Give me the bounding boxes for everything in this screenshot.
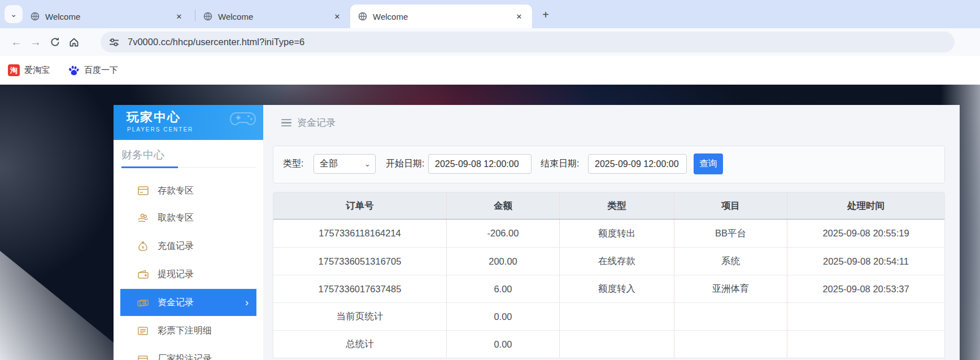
banknotes-icon <box>137 298 149 307</box>
type-select-value: 全部 <box>320 158 364 170</box>
tab-close-icon[interactable]: ✕ <box>174 11 184 21</box>
sidebar-item-withdraw-zone[interactable]: 取款专区 <box>114 204 263 231</box>
player-center-sidebar: 玩家中心 PLAYERS CENTER 财务中心 存款专区 取款专区 ¥ 充值记 <box>114 105 263 360</box>
page-title: 资金记录 <box>297 116 336 129</box>
hamburger-menu-icon[interactable] <box>281 119 291 127</box>
table-cell: 系统 <box>674 248 787 275</box>
end-date-input[interactable] <box>588 154 687 174</box>
new-tab-button[interactable]: + <box>538 7 554 23</box>
address-bar[interactable]: 7v0000.cc/hhcp/usercenter.html?iniType=6 <box>101 32 955 52</box>
table-cell <box>787 331 944 358</box>
table-cell: 1757336118164214 <box>273 219 446 247</box>
search-button[interactable]: 查询 <box>694 153 723 174</box>
webpage-viewport: 玩家中心 PLAYERS CENTER 财务中心 存款专区 取款专区 ¥ 充值记 <box>0 85 980 360</box>
hand-coins-icon <box>137 213 149 222</box>
table-row: 当前页统计0.00 <box>273 302 944 330</box>
panel-header: 资金记录 <box>281 116 336 129</box>
sidebar-item-label: 提现记录 <box>158 269 194 280</box>
deposit-card-icon <box>137 186 149 195</box>
section-active-underline <box>121 166 178 168</box>
chevron-down-icon: ⌄ <box>10 10 17 19</box>
globe-favicon-icon <box>31 12 40 21</box>
bookmark-baidu[interactable]: 百度一下 <box>68 64 118 76</box>
bookmark-label: 百度一下 <box>84 65 118 76</box>
start-date-label: 开始日期: <box>386 158 424 170</box>
gamepad-icon <box>228 108 258 131</box>
chevron-down-icon: ⌄ <box>364 160 371 168</box>
browser-tab-2[interactable]: Welcome ✕ <box>199 5 347 28</box>
sidebar-item-deposit-zone[interactable]: 存款专区 <box>114 177 263 204</box>
sidebar-section-title: 财务中心 <box>121 148 164 163</box>
tab-title: Welcome <box>373 12 514 21</box>
sidebar-subtitle: PLAYERS CENTER <box>127 126 193 133</box>
tab-close-icon[interactable]: ✕ <box>514 11 524 21</box>
globe-favicon-icon <box>203 12 212 21</box>
sidebar-item-label: 存款专区 <box>158 185 194 197</box>
sidebar-item-label: 彩票下注明细 <box>158 325 212 337</box>
table-row: 1757336051316705200.00在线存款系统2025-09-08 2… <box>273 247 944 275</box>
taobao-icon: 淘 <box>8 64 20 76</box>
back-button[interactable]: ← <box>7 33 26 52</box>
table-cell <box>559 303 674 330</box>
plus-icon: + <box>542 8 549 21</box>
bookmarks-bar: 淘 爱淘宝 百度一下 <box>0 56 980 85</box>
tab-divider <box>195 10 195 21</box>
sidebar-item-lottery-bet-details[interactable]: 彩票下注明细 <box>114 317 263 344</box>
start-date-input[interactable] <box>428 154 532 174</box>
table-cell: 2025-09-08 20:54:11 <box>787 248 944 275</box>
filter-bar: 类型: 全部 ⌄ 开始日期: 结束日期: 查询 <box>273 146 945 183</box>
bookmark-label: 爱淘宝 <box>24 65 50 76</box>
table-body: 1757336118164214-206.00额度转出BB平台2025-09-0… <box>273 219 944 358</box>
table-cell: 当前页统计 <box>273 303 446 330</box>
list-cards-icon <box>137 355 149 360</box>
table-cell: BB平台 <box>674 219 787 247</box>
table-cell: 在线存款 <box>559 248 674 275</box>
browser-tab-strip: ⌄ Welcome ✕ Welcome ✕ Welcome ✕ + <box>0 0 980 28</box>
money-bag-icon: ¥ <box>137 241 149 251</box>
sidebar-item-funds-records[interactable]: 资金记录 › <box>120 289 256 316</box>
table-cell: 200.00 <box>446 248 559 275</box>
list-document-icon <box>137 327 149 335</box>
sidebar-item-recharge-records[interactable]: ¥ 充值记录 <box>114 232 263 260</box>
table-cell: 总统计 <box>273 331 446 358</box>
type-filter-label: 类型: <box>283 158 303 170</box>
tab-title: Welcome <box>218 12 332 21</box>
table-cell <box>674 303 787 330</box>
table-cell: 2025-09-08 20:55:19 <box>787 219 944 247</box>
column-header: 类型 <box>559 192 674 219</box>
table-cell: 2025-09-08 20:53:37 <box>787 275 944 302</box>
column-header: 项目 <box>674 192 787 219</box>
table-cell: -206.00 <box>446 219 559 247</box>
browser-toolbar: ← → 7v0000.cc/hhcp/usercenter.html?iniTy… <box>0 28 980 56</box>
sidebar-item-withdrawal-records[interactable]: 提现记录 <box>114 261 263 288</box>
reload-button[interactable] <box>45 33 64 52</box>
sidebar-item-label: 厂家投注记录 <box>158 353 212 360</box>
chevron-right-icon: › <box>245 297 249 309</box>
column-header: 订单号 <box>273 192 446 219</box>
table-cell: 1757336051316705 <box>273 248 446 275</box>
table-cell: 额度转出 <box>559 219 674 247</box>
url-text[interactable]: 7v0000.cc/hhcp/usercenter.html?iniType=6 <box>128 37 304 47</box>
table-row: 1757336118164214-206.00额度转出BB平台2025-09-0… <box>273 219 944 247</box>
sidebar-header: 玩家中心 PLAYERS CENTER <box>114 105 263 140</box>
site-settings-tune-icon[interactable] <box>108 37 120 48</box>
table-cell: 6.00 <box>446 275 559 302</box>
wallet-icon <box>137 270 149 279</box>
baidu-paw-icon <box>68 64 80 76</box>
tab-close-icon[interactable]: ✕ <box>332 11 342 21</box>
end-date-label: 结束日期: <box>541 158 579 170</box>
table-row: 17573360176374856.00额度转入亚洲体育2025-09-08 2… <box>273 275 944 302</box>
browser-tab-1[interactable]: Welcome ✕ <box>26 5 189 28</box>
column-header: 处理时间 <box>787 192 944 219</box>
forward-button[interactable]: → <box>26 33 45 52</box>
sidebar-item-vendor-bet-records[interactable]: 厂家投注记录 <box>114 345 263 360</box>
sidebar-title: 玩家中心 <box>127 109 181 126</box>
browser-tab-3-active[interactable]: Welcome ✕ <box>350 5 532 28</box>
home-button[interactable] <box>64 33 84 52</box>
tab-search-button[interactable]: ⌄ <box>5 5 23 23</box>
sidebar-item-label: 取款专区 <box>158 212 194 224</box>
table-cell <box>674 331 787 358</box>
tab-title: Welcome <box>45 12 174 21</box>
bookmark-aitaobao[interactable]: 淘 爱淘宝 <box>8 64 50 76</box>
type-select[interactable]: 全部 ⌄ <box>313 154 376 174</box>
